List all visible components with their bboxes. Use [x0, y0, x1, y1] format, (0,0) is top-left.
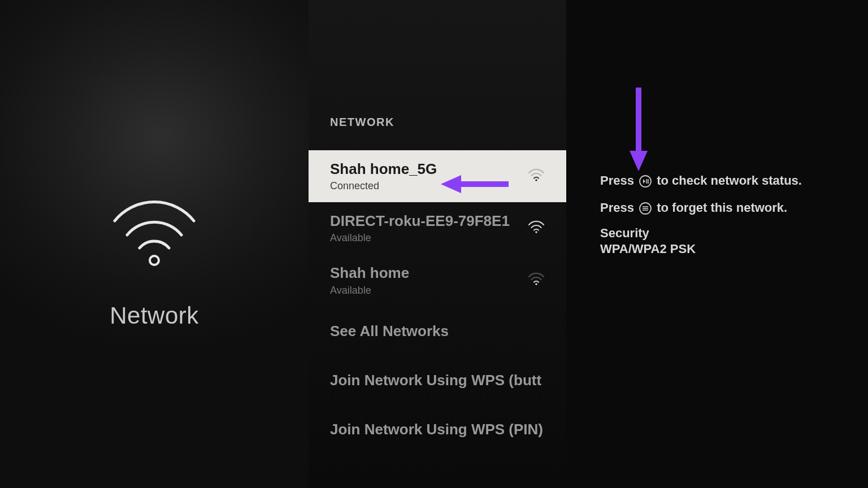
- help-forget-network: Press to forget this network.: [600, 199, 840, 216]
- annotation-arrow-left: [441, 173, 509, 198]
- details-panel: Press to check network status. Press to …: [566, 0, 868, 488]
- network-name: Shah home_5G: [330, 160, 437, 178]
- wifi-signal-icon: [528, 168, 545, 184]
- see-all-networks[interactable]: See All Networks: [309, 307, 566, 356]
- join-wps-pin[interactable]: Join Network Using WPS (PIN): [309, 405, 566, 454]
- help-check-status: Press to check network status.: [600, 172, 840, 189]
- svg-rect-6: [648, 179, 649, 184]
- network-status: Available: [330, 232, 510, 244]
- wifi-signal-icon: [528, 272, 545, 288]
- security-value: WPA/WPA2 PSK: [600, 242, 840, 256]
- wifi-large-icon: [103, 193, 205, 274]
- network-name: Shah home: [330, 264, 409, 282]
- network-item[interactable]: DIRECT-roku-EE9-79F8E1 Available: [309, 202, 566, 254]
- section-header: NETWORK: [309, 116, 566, 129]
- menu-icon: [639, 202, 652, 215]
- svg-point-2: [535, 231, 537, 233]
- svg-point-3: [535, 284, 537, 286]
- security-label: Security: [600, 226, 840, 241]
- svg-point-1: [535, 179, 537, 181]
- network-item-connected[interactable]: Shah home_5G Connected: [309, 150, 566, 202]
- network-status: Available: [330, 285, 409, 297]
- svg-point-0: [150, 256, 159, 265]
- play-pause-icon: [639, 175, 652, 188]
- wifi-signal-icon: [528, 220, 545, 236]
- page-title: Network: [110, 302, 199, 329]
- svg-rect-5: [646, 179, 648, 184]
- network-name: DIRECT-roku-EE9-79F8E1: [330, 212, 510, 230]
- left-panel: Network: [0, 0, 309, 488]
- network-list-panel: NETWORK Shah home_5G Connected DIRECT-ro…: [309, 0, 566, 488]
- network-status: Connected: [330, 180, 437, 192]
- join-wps-button[interactable]: Join Network Using WPS (butt: [309, 356, 566, 405]
- annotation-arrow-down: [627, 88, 650, 175]
- network-item[interactable]: Shah home Available: [309, 254, 566, 306]
